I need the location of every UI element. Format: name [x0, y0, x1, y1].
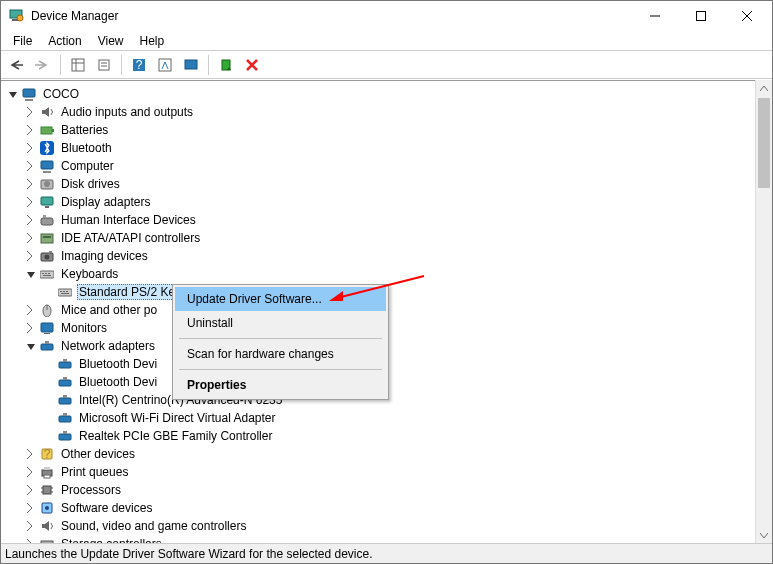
chevron-right-icon[interactable] [25, 502, 37, 514]
tree-node-label[interactable]: Human Interface Devices [59, 212, 198, 228]
chevron-right-icon[interactable] [25, 214, 37, 226]
chevron-right-icon[interactable] [25, 250, 37, 262]
tree-node[interactable]: Microsoft Wi-Fi Direct Virtual Adapter [3, 409, 770, 427]
tree-node-label[interactable]: Monitors [59, 320, 109, 336]
chevron-right-icon[interactable] [25, 466, 37, 478]
chevron-right-icon[interactable] [25, 484, 37, 496]
minimize-button[interactable] [632, 1, 678, 31]
tree-node[interactable]: Processors [3, 481, 770, 499]
tree-node[interactable]: COCO [3, 85, 770, 103]
window-title: Device Manager [31, 9, 118, 23]
tree-node[interactable]: Bluetooth [3, 139, 770, 157]
chevron-right-icon[interactable] [25, 142, 37, 154]
net-icon [57, 392, 73, 408]
chevron-down-icon[interactable] [25, 340, 37, 352]
tree-node-label[interactable]: Bluetooth [59, 140, 114, 156]
tree-node[interactable]: Realtek PCIe GBE Family Controller [3, 427, 770, 445]
close-button[interactable] [724, 1, 770, 31]
tree-node-label[interactable]: IDE ATA/ATAPI controllers [59, 230, 202, 246]
chevron-right-icon[interactable] [25, 448, 37, 460]
tree-node[interactable]: Print queues [3, 463, 770, 481]
scroll-thumb[interactable] [758, 98, 770, 188]
context-menu: Update Driver Software... Uninstall Scan… [172, 284, 389, 400]
keyboard-icon [57, 284, 73, 300]
tree-node-label[interactable]: Imaging devices [59, 248, 150, 264]
statusbar-text: Launches the Update Driver Software Wiza… [5, 547, 373, 561]
tree-node-label[interactable]: Network adapters [59, 338, 157, 354]
tree-node-label[interactable]: Other devices [59, 446, 137, 462]
tree-node-label[interactable]: Display adapters [59, 194, 152, 210]
menu-file[interactable]: File [5, 32, 40, 50]
scroll-down-icon[interactable] [756, 526, 772, 543]
tree-node[interactable]: Software devices [3, 499, 770, 517]
tree-node-label[interactable]: Disk drives [59, 176, 122, 192]
tree-node-label[interactable]: Keyboards [59, 266, 120, 282]
battery-icon [39, 122, 55, 138]
chevron-right-icon[interactable] [25, 178, 37, 190]
context-separator [179, 338, 382, 339]
menubar: File Action View Help [1, 31, 772, 51]
tree-node-label[interactable]: Software devices [59, 500, 154, 516]
tree-node-label[interactable]: Bluetooth Devi [77, 356, 159, 372]
tree-node[interactable]: Display adapters [3, 193, 770, 211]
menu-view[interactable]: View [90, 32, 132, 50]
chevron-right-icon[interactable] [25, 322, 37, 334]
tree-node[interactable]: Audio inputs and outputs [3, 103, 770, 121]
tree-node-label[interactable]: Storage controllers [59, 536, 164, 543]
other-icon [39, 446, 55, 462]
tree-node-label[interactable]: Processors [59, 482, 123, 498]
context-uninstall[interactable]: Uninstall [175, 311, 386, 335]
tree-node-label[interactable]: Sound, video and game controllers [59, 518, 248, 534]
tree-node[interactable]: Other devices [3, 445, 770, 463]
ide-icon [39, 230, 55, 246]
tree-node-label[interactable]: Audio inputs and outputs [59, 104, 195, 120]
chevron-right-icon[interactable] [25, 520, 37, 532]
tree-node-label[interactable]: Computer [59, 158, 116, 174]
tree-node[interactable]: Disk drives [3, 175, 770, 193]
storage-icon [39, 536, 55, 543]
tree-node[interactable]: Sound, video and game controllers [3, 517, 770, 535]
chevron-right-icon[interactable] [25, 106, 37, 118]
tree-node[interactable]: Computer [3, 157, 770, 175]
tree-node-label[interactable]: Mice and other po [59, 302, 159, 318]
tree-node-label[interactable]: Realtek PCIe GBE Family Controller [77, 428, 274, 444]
toolbar-help[interactable] [127, 53, 151, 77]
maximize-button[interactable] [678, 1, 724, 31]
tree-node-label[interactable]: COCO [41, 86, 81, 102]
tree-node-label[interactable]: Bluetooth Devi [77, 374, 159, 390]
menu-action[interactable]: Action [40, 32, 89, 50]
chevron-down-icon[interactable] [25, 268, 37, 280]
tree-node[interactable]: Imaging devices [3, 247, 770, 265]
toolbar-back[interactable] [5, 53, 29, 77]
toolbar-properties[interactable] [92, 53, 116, 77]
chevron-right-icon[interactable] [25, 232, 37, 244]
chevron-right-icon[interactable] [25, 124, 37, 136]
toolbar-enable[interactable] [214, 53, 238, 77]
toolbar-show-hidden[interactable] [66, 53, 90, 77]
toolbar-update[interactable] [179, 53, 203, 77]
chevron-right-icon[interactable] [25, 160, 37, 172]
tree-node-label[interactable]: Batteries [59, 122, 110, 138]
toolbar-forward[interactable] [31, 53, 55, 77]
menu-help[interactable]: Help [132, 32, 173, 50]
tree-node[interactable]: Batteries [3, 121, 770, 139]
context-scan-hardware[interactable]: Scan for hardware changes [175, 342, 386, 366]
chevron-right-icon[interactable] [25, 304, 37, 316]
tree-node-label[interactable]: Print queues [59, 464, 130, 480]
tree-node[interactable]: Human Interface Devices [3, 211, 770, 229]
tree-node-label[interactable]: Microsoft Wi-Fi Direct Virtual Adapter [77, 410, 278, 426]
context-update-driver[interactable]: Update Driver Software... [175, 287, 386, 311]
context-properties[interactable]: Properties [175, 373, 386, 397]
tree-node[interactable]: IDE ATA/ATAPI controllers [3, 229, 770, 247]
hid-icon [39, 212, 55, 228]
scroll-up-icon[interactable] [756, 80, 772, 97]
toolbar-uninstall[interactable] [240, 53, 264, 77]
chevron-down-icon[interactable] [7, 88, 19, 100]
computer-icon [21, 86, 37, 102]
toolbar-scan[interactable] [153, 53, 177, 77]
tree-node[interactable]: Keyboards [3, 265, 770, 283]
chevron-right-icon[interactable] [25, 196, 37, 208]
vertical-scrollbar[interactable] [755, 80, 772, 543]
svg-rect-56 [697, 12, 706, 21]
tree-node[interactable]: Storage controllers [3, 535, 770, 543]
